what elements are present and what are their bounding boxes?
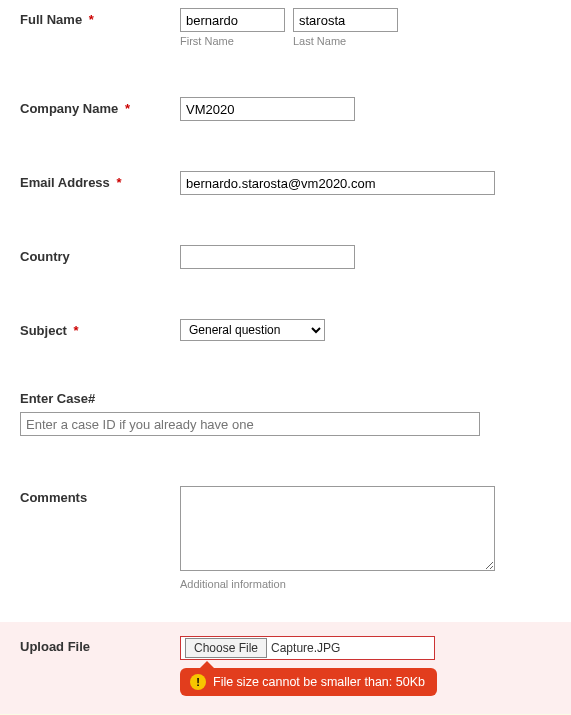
email-row: Email Address *: [0, 163, 571, 203]
country-label-text: Country: [20, 249, 70, 264]
full-name-label-text: Full Name: [20, 12, 82, 27]
company-input[interactable]: [180, 97, 355, 121]
first-name-input[interactable]: [180, 8, 285, 32]
case-label: Enter Case#: [20, 391, 95, 406]
company-label: Company Name *: [20, 97, 180, 116]
file-name-text: Capture.JPG: [271, 641, 340, 655]
choose-file-button[interactable]: Choose File: [185, 638, 267, 658]
required-marker: *: [89, 12, 94, 27]
upload-input-col: Choose File Capture.JPG ! File size cann…: [180, 636, 551, 696]
comments-input-col: Additional information: [180, 486, 551, 590]
subject-row: Subject * General question: [0, 311, 571, 349]
first-name-sublabel: First Name: [180, 35, 285, 47]
error-bubble: ! File size cannot be smaller than: 50Kb: [180, 668, 437, 696]
subject-input-col: General question: [180, 319, 551, 341]
subject-select[interactable]: General question: [180, 319, 325, 341]
last-name-sublabel: Last Name: [293, 35, 398, 47]
company-row: Company Name *: [0, 89, 571, 129]
case-row: Enter Case#: [0, 383, 571, 444]
upload-section: Upload File Choose File Capture.JPG ! Fi…: [0, 622, 571, 714]
company-input-col: [180, 97, 551, 121]
full-name-label: Full Name *: [20, 8, 180, 27]
country-input-col: [180, 245, 551, 269]
upload-label: Upload File: [20, 636, 180, 696]
case-label-text: Enter Case#: [20, 391, 95, 406]
email-input-col: [180, 171, 551, 195]
email-label-text: Email Address: [20, 175, 110, 190]
subject-label-text: Subject: [20, 323, 67, 338]
upload-label-text: Upload File: [20, 639, 90, 654]
case-input[interactable]: [20, 412, 480, 436]
country-input[interactable]: [180, 245, 355, 269]
first-name-group: First Name: [180, 8, 285, 47]
comments-textarea[interactable]: [180, 486, 495, 571]
comments-row: Comments Additional information: [0, 478, 571, 598]
country-label: Country: [20, 245, 180, 264]
warning-icon: !: [190, 674, 206, 690]
comments-label: Comments: [20, 486, 180, 505]
error-text: File size cannot be smaller than: 50Kb: [213, 675, 425, 689]
required-marker: *: [116, 175, 121, 190]
email-input[interactable]: [180, 171, 495, 195]
email-label: Email Address *: [20, 171, 180, 190]
comments-sublabel: Additional information: [180, 578, 551, 590]
subject-label: Subject *: [20, 319, 180, 338]
required-marker: *: [125, 101, 130, 116]
last-name-input[interactable]: [293, 8, 398, 32]
last-name-group: Last Name: [293, 8, 398, 47]
country-row: Country: [0, 237, 571, 277]
company-label-text: Company Name: [20, 101, 118, 116]
full-name-inputs: First Name Last Name: [180, 8, 551, 47]
full-name-row: Full Name * First Name Last Name: [0, 0, 571, 55]
required-marker: *: [74, 323, 79, 338]
comments-label-text: Comments: [20, 490, 87, 505]
file-box: Choose File Capture.JPG: [180, 636, 435, 660]
